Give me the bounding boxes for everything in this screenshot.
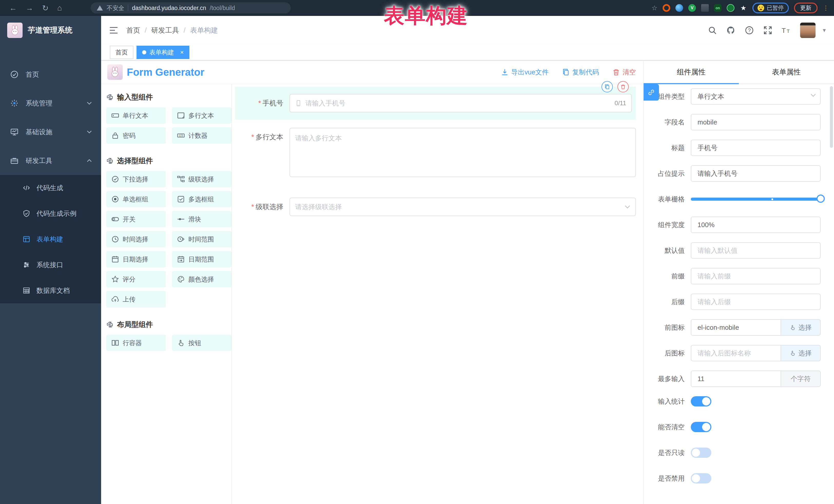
help-icon[interactable]: ? [745,26,754,35]
disabled-toggle[interactable] [691,473,711,483]
sidebar-item-infra[interactable]: 基础设施 [0,117,101,146]
component-item-select[interactable]: 下拉选择 [106,171,166,187]
sidebar-item-form-builder[interactable]: 表单构建 [0,226,101,252]
suffix-icon-select-button[interactable]: 选择 [781,345,821,361]
mobile-input[interactable]: 请输入手机号 0/11 [289,94,632,112]
tab-form-props[interactable]: 表单属性 [739,61,834,84]
delete-field-button[interactable] [617,81,629,92]
panel-scrollbar[interactable] [830,86,833,148]
component-item-rate[interactable]: 评分 [106,271,166,287]
component-item-radio-group[interactable]: 单选框组 [106,191,166,207]
sidebar-item-codegen-demo[interactable]: 代码生成示例 [0,201,101,226]
extension-icon[interactable] [701,4,709,12]
cascader-input[interactable]: 请选择级联选择 [289,198,636,216]
sidebar-item-codegen[interactable]: 代码生成 [0,175,101,201]
browser-home-icon[interactable]: ⌂ [57,4,62,12]
row-container-icon [111,339,119,347]
component-item-slider[interactable]: 滑块 [172,211,232,227]
textarea-icon [177,112,185,119]
sidebar-item-system[interactable]: 系统管理 [0,89,101,117]
form-canvas[interactable]: *手机号 请输入手机号 0/11 *多行文本 请输入多行文 [232,84,643,504]
component-item-counter[interactable]: 123计数器 [172,127,232,144]
browser-menu-icon[interactable]: ⋮ [823,4,829,12]
fullscreen-icon[interactable] [763,26,772,35]
component-item-cascader[interactable]: 级联选择 [172,171,232,187]
extension-icon[interactable]: on [714,4,722,12]
component-item-button[interactable]: 按钮 [172,335,232,351]
close-icon[interactable]: × [180,49,184,56]
component-item-color-picker[interactable]: 颜色选择 [172,271,232,287]
hamburger-icon[interactable] [109,26,118,35]
tab-component-props[interactable]: 组件属性 [643,61,739,84]
input-stats-toggle[interactable] [691,396,711,407]
suffix-input[interactable] [691,293,821,310]
copy-icon [562,68,570,76]
copy-code-button[interactable]: 复制代码 [562,68,599,77]
component-item-textarea[interactable]: 多行文本 [172,107,232,124]
browser-back-icon[interactable]: ← [9,4,17,12]
textarea-input[interactable]: 请输入多行文本 [289,128,636,177]
tag-form-builder[interactable]: 表单构建 × [136,46,190,59]
sidebar-item-system-api[interactable]: 系统接口 [0,252,101,278]
extension-icon[interactable]: V [688,4,696,12]
form-grid-slider[interactable] [691,191,821,207]
extension-icon[interactable]: ★ [740,4,747,12]
extension-icon[interactable] [727,4,734,12]
component-type-select[interactable] [691,88,821,105]
user-avatar[interactable] [800,23,815,38]
prefix-input[interactable] [691,268,821,284]
app-logo-row[interactable]: 芋道管理系统 [0,16,101,45]
prefix-icon-input[interactable] [691,319,781,336]
prefix-icon-select-button[interactable]: 选择 [781,319,821,336]
form-generator-logo [107,64,123,80]
font-size-icon[interactable]: TT [782,26,791,35]
export-vue-button[interactable]: 导出vue文件 [501,68,549,77]
slider-handle[interactable] [816,195,825,203]
search-icon[interactable] [708,26,717,35]
bookmark-star-icon[interactable]: ☆ [652,4,657,12]
max-length-input[interactable] [691,371,781,387]
canvas-field-cascader[interactable]: *级联选择 请选择级联选择 [235,198,636,216]
component-item-input[interactable]: 单行文本 [106,107,166,124]
title-input[interactable] [691,139,821,156]
breadcrumb-devtools[interactable]: 研发工具 [151,26,179,35]
duplicate-field-button[interactable] [601,81,613,92]
avatar-caret-icon[interactable]: ▼ [822,27,827,34]
breadcrumb-home[interactable]: 首页 [126,26,140,35]
tag-home[interactable]: 首页 [110,46,133,59]
component-item-checkbox-group[interactable]: 多选框组 [172,191,232,207]
readonly-toggle[interactable] [691,447,711,458]
address-bar[interactable]: 不安全 dashboard.yudao.iocoder.cn/tool/buil… [91,2,291,14]
profile-paused-badge[interactable]: 已暂停 [752,3,789,13]
component-item-password[interactable]: 密码 [106,127,166,144]
component-item-time-picker[interactable]: 时间选择 [106,231,166,247]
component-item-switch[interactable]: 开关 [106,211,166,227]
browser-reload-icon[interactable]: ↻ [42,4,48,13]
component-item-date-range[interactable]: 日期范围 [172,251,232,267]
github-icon[interactable] [726,26,736,35]
extension-icon[interactable] [675,4,683,12]
field-name-input[interactable] [691,114,821,130]
clearable-toggle[interactable] [691,422,711,432]
sidebar-item-db-doc[interactable]: 数据库文档 [0,278,101,303]
canvas-field-mobile[interactable]: *手机号 请输入手机号 0/11 [235,87,636,119]
browser-update-button[interactable]: 更新 [794,3,817,13]
sidebar-item-home[interactable]: 首页 [0,60,101,89]
sidebar-item-devtools[interactable]: 研发工具 [0,146,101,175]
placeholder-input[interactable] [691,165,821,182]
default-value-input[interactable] [691,242,821,259]
extension-icon[interactable] [663,4,670,12]
suffix-icon-input[interactable] [691,345,781,361]
clear-button[interactable]: 清空 [612,68,636,77]
width-input[interactable] [691,217,821,233]
link-tag-button[interactable] [643,84,659,101]
canvas-field-textarea[interactable]: *多行文本 请输入多行文本 [235,128,636,177]
component-item-row-container[interactable]: 行容器 [106,335,166,351]
component-item-upload[interactable]: 上传 [106,291,166,307]
browser-forward-icon[interactable]: → [26,4,34,12]
component-item-time-range[interactable]: 时间范围 [172,231,232,247]
not-secure-label[interactable]: 不安全 [107,4,124,12]
chevron-up-icon [87,159,92,162]
component-item-date-picker[interactable]: 日期选择 [106,251,166,267]
url-path: /tool/build [210,5,235,12]
